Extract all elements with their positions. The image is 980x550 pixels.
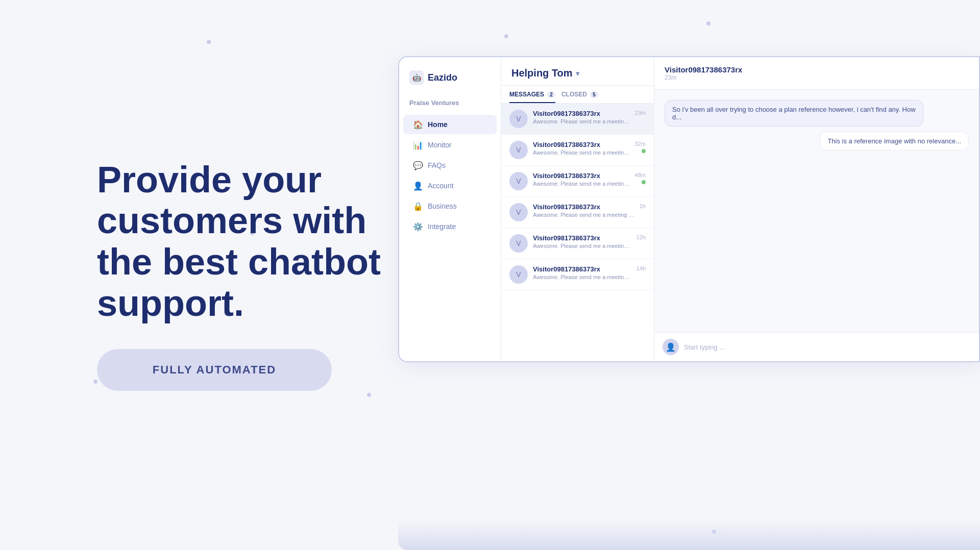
- monitor-icon: 📊: [413, 140, 423, 149]
- conv-preview: Awesome. Please send me a meeting Invite…: [533, 212, 634, 218]
- chat-footer: 👤 Start typing ...: [654, 332, 979, 361]
- business-icon: 🔒: [413, 202, 423, 211]
- sidebar-item-faqs[interactable]: 💬 FAQs: [403, 156, 497, 175]
- sidebar-item-business[interactable]: 🔒 Business: [403, 196, 497, 216]
- cta-button[interactable]: FULLY AUTOMATED: [97, 349, 332, 391]
- message-text: So i'v been all over trying to choose a …: [672, 106, 916, 121]
- sidebar-item-faqs-label: FAQs: [428, 161, 446, 169]
- sidebar-item-account[interactable]: 👤 Account: [403, 176, 497, 195]
- user-avatar: 👤: [663, 339, 679, 355]
- faqs-icon: 💬: [413, 161, 423, 170]
- conv-meta: 14h: [636, 265, 646, 271]
- chat-panel: Visitor09817386373rx 23m So i'v been all…: [654, 57, 979, 361]
- app-window: 🤖 Eazido Praise Ventures 🏠 Home 📊 Monito…: [398, 56, 980, 362]
- chat-input-placeholder[interactable]: Start typing ...: [684, 343, 971, 351]
- panel-title: Helping Tom: [511, 67, 573, 79]
- hero-title: Provide your customers with the best cha…: [97, 159, 398, 324]
- panel-header: Helping Tom ▾: [501, 57, 654, 86]
- messages-panel: Helping Tom ▾ MESSAGES 2 CLOSED 5 V Visi…: [501, 57, 654, 361]
- workspace-name: Praise Ventures: [399, 95, 501, 115]
- conv-preview: Awesome. Please send me a meeting Invite…: [533, 274, 631, 280]
- online-indicator: [642, 149, 646, 153]
- tab-closed[interactable]: CLOSED 5: [561, 91, 598, 103]
- avatar: V: [509, 172, 528, 190]
- deco-dot: [712, 530, 716, 534]
- logo-text: Eazido: [428, 72, 457, 83]
- chevron-down-icon: ▾: [576, 69, 579, 78]
- tab-messages-badge: 2: [547, 91, 555, 98]
- conv-info: Visitor09817386373rx Awesome. Please sen…: [533, 110, 630, 124]
- avatar: V: [509, 110, 528, 128]
- conv-preview: Awesome. Please send me a meeting Invite…: [533, 243, 631, 249]
- deco-dot: [706, 21, 710, 26]
- conv-time: 12h: [636, 234, 646, 240]
- chat-bubble-outgoing: This is a reference image with no releva…: [820, 132, 969, 151]
- bottom-gradient: [398, 519, 980, 550]
- conv-time: 48m: [635, 172, 646, 178]
- conv-preview: Awesome. Please send me a meeting Invite…: [533, 118, 630, 124]
- conv-name: Visitor09817386373rx: [533, 203, 634, 211]
- avatar: V: [509, 234, 528, 253]
- home-icon: 🏠: [413, 120, 423, 129]
- sidebar-logo: 🤖 Eazido: [399, 65, 501, 95]
- deco-dot: [504, 34, 508, 38]
- conv-name: Visitor09817386373rx: [533, 141, 630, 148]
- conv-time: 1h: [640, 203, 646, 209]
- conv-meta: 1h: [640, 203, 646, 209]
- sidebar-item-home[interactable]: 🏠 Home: [403, 115, 497, 134]
- conv-info: Visitor09817386373rx Awesome. Please sen…: [533, 234, 631, 249]
- conv-info: Visitor09817386373rx Awesome. Please sen…: [533, 203, 634, 218]
- conv-preview: Awesome. Please send me a meeting Invite…: [533, 149, 630, 156]
- hero-section: Provide your customers with the best cha…: [0, 0, 398, 550]
- online-indicator: [642, 180, 646, 184]
- conv-preview: Awesome. Please send me a meeting Invite…: [533, 181, 630, 187]
- account-icon: 👤: [413, 181, 423, 190]
- conversation-list: V Visitor09817386373rx Awesome. Please s…: [501, 104, 654, 361]
- conv-time: 32m: [635, 141, 646, 147]
- conv-name: Visitor09817386373rx: [533, 110, 630, 117]
- tab-closed-badge: 5: [590, 91, 598, 98]
- chat-bubble-incoming: So i'v been all over trying to choose a …: [665, 100, 923, 127]
- chat-header: Visitor09817386373rx 23m: [654, 57, 979, 90]
- chat-messages: So i'v been all over trying to choose a …: [654, 90, 979, 332]
- conv-info: Visitor09817386373rx Awesome. Please sen…: [533, 172, 630, 187]
- tab-messages-label: MESSAGES: [509, 91, 544, 98]
- conv-item[interactable]: V Visitor09817386373rx Awesome. Please s…: [501, 104, 654, 135]
- conv-time: 14h: [636, 265, 646, 271]
- conv-item[interactable]: V Visitor09817386373rx Awesome. Please s…: [501, 197, 654, 228]
- conv-item[interactable]: V Visitor09817386373rx Awesome. Please s…: [501, 228, 654, 259]
- conv-name: Visitor09817386373rx: [533, 172, 630, 180]
- conv-info: Visitor09817386373rx Awesome. Please sen…: [533, 265, 631, 280]
- sidebar-item-business-label: Business: [428, 202, 457, 210]
- sidebar-item-monitor[interactable]: 📊 Monitor: [403, 135, 497, 155]
- avatar: V: [509, 203, 528, 221]
- sidebar-item-integrate[interactable]: ⚙️ Integrate: [403, 217, 497, 236]
- sidebar: 🤖 Eazido Praise Ventures 🏠 Home 📊 Monito…: [399, 57, 501, 361]
- tab-closed-label: CLOSED: [561, 91, 587, 98]
- conv-name: Visitor09817386373rx: [533, 234, 631, 242]
- integrate-icon: ⚙️: [413, 222, 423, 231]
- conv-item[interactable]: V Visitor09817386373rx Awesome. Please s…: [501, 166, 654, 197]
- chat-user-time: 23m: [665, 74, 969, 81]
- conv-info: Visitor09817386373rx Awesome. Please sen…: [533, 141, 630, 156]
- chat-user-name: Visitor09817386373rx: [665, 65, 969, 74]
- conv-meta: 48m: [635, 172, 646, 184]
- conv-time: 23m: [635, 110, 646, 116]
- conv-item[interactable]: V Visitor09817386373rx Awesome. Please s…: [501, 135, 654, 166]
- conv-meta: 32m: [635, 141, 646, 153]
- conv-meta: 23m: [635, 110, 646, 116]
- avatar: V: [509, 265, 528, 284]
- sidebar-item-integrate-label: Integrate: [428, 222, 456, 231]
- conv-item[interactable]: V Visitor09817386373rx Awesome. Please s…: [501, 259, 654, 290]
- tab-messages[interactable]: MESSAGES 2: [509, 91, 555, 103]
- message-text: This is a reference image with no releva…: [827, 137, 961, 145]
- sidebar-item-home-label: Home: [428, 120, 448, 129]
- conv-name: Visitor09817386373rx: [533, 265, 631, 273]
- logo-icon: 🤖: [409, 70, 424, 85]
- sidebar-item-account-label: Account: [428, 182, 454, 190]
- sidebar-item-monitor-label: Monitor: [428, 141, 452, 149]
- sidebar-nav: 🏠 Home 📊 Monitor 💬 FAQs 👤 Account 🔒 Busi…: [399, 115, 501, 237]
- conv-meta: 12h: [636, 234, 646, 240]
- tabs-row: MESSAGES 2 CLOSED 5: [501, 86, 654, 104]
- avatar: V: [509, 141, 528, 159]
